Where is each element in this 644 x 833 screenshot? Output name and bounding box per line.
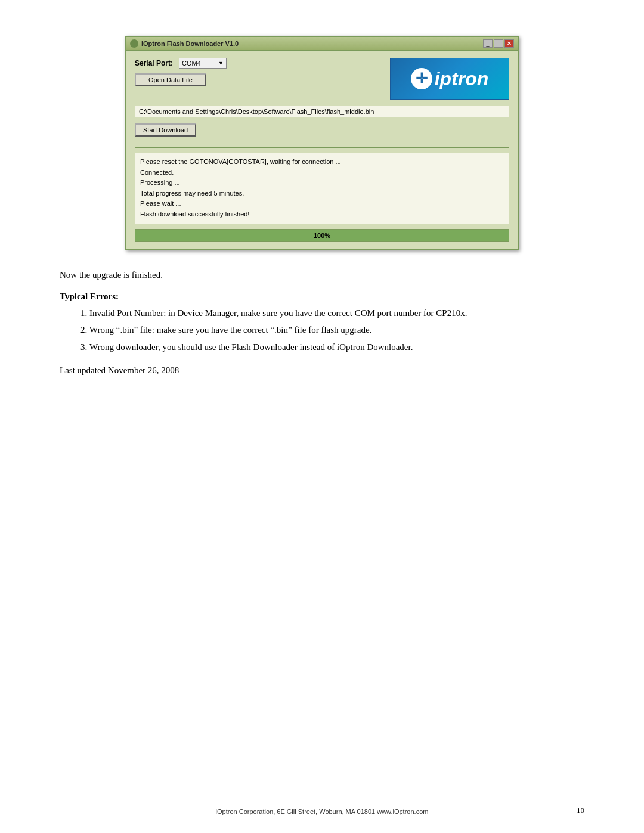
logo-icon: ✛ (411, 68, 432, 89)
error-item-3: Wrong downloader, you should use the Fla… (89, 340, 584, 354)
log-line-1: Please reset the GOTONOVA[GOTOSTAR], wai… (140, 157, 504, 168)
error-item-2: Wrong “.bin” file: make sure you have th… (89, 323, 584, 337)
window-title: iOptron Flash Downloader V1.0 (141, 40, 239, 47)
close-button[interactable]: ✕ (504, 39, 514, 48)
logo-prefix: i (435, 68, 440, 89)
logo-suffix: ptron (440, 68, 489, 89)
com-port-value: COM4 (182, 60, 201, 67)
window-body: Serial Port: COM4 ▼ Open Data File ✛ (126, 51, 518, 249)
maximize-button[interactable]: □ (494, 39, 503, 48)
titlebar-left: iOptron Flash Downloader V1.0 (130, 39, 239, 48)
flash-downloader-window: iOptron Flash Downloader V1.0 _ □ ✕ Seri… (125, 36, 519, 250)
page-footer: iOptron Corporation, 6E Gill Street, Wob… (0, 804, 644, 815)
serial-logo-row: Serial Port: COM4 ▼ Open Data File ✛ (135, 58, 509, 100)
titlebar-buttons: _ □ ✕ (483, 39, 514, 48)
log-line-3: Processing ... (140, 178, 504, 188)
window-icon (130, 39, 138, 48)
file-path-display: C:\Documents and Settings\Chris\Desktop\… (135, 106, 509, 117)
logo-text: iptron (435, 68, 489, 90)
com-port-select[interactable]: COM4 ▼ (179, 58, 227, 69)
last-updated-text: Last updated November 26, 2008 (60, 366, 584, 376)
log-output-area: Please reset the GOTONOVA[GOTOSTAR], wai… (135, 153, 509, 224)
ioptron-logo: ✛ iptron (390, 58, 509, 100)
page-number: 10 (577, 806, 584, 815)
window-divider (135, 147, 509, 148)
logo-plus-icon: ✛ (416, 72, 428, 86)
minimize-button[interactable]: _ (483, 39, 493, 48)
serial-port-line: Serial Port: COM4 ▼ (135, 58, 227, 69)
progress-label: 100% (314, 232, 330, 239)
window-titlebar: iOptron Flash Downloader V1.0 _ □ ✕ (126, 37, 518, 51)
start-download-button[interactable]: Start Download (135, 123, 196, 137)
open-data-file-button[interactable]: Open Data File (135, 73, 206, 86)
error-item-1: Invalid Port Number: in Device Manager, … (89, 306, 584, 320)
progress-bar-container: 100% (135, 229, 509, 242)
errors-list: Invalid Port Number: in Device Manager, … (89, 306, 584, 354)
log-line-6: Flash download successfully finished! (140, 209, 504, 220)
upgrade-done-text: Now the upgrade is finished. (60, 268, 584, 282)
log-line-2: Connected. (140, 168, 504, 178)
serial-left-panel: Serial Port: COM4 ▼ Open Data File (135, 58, 227, 86)
footer-text: iOptron Corporation, 6E Gill Street, Wob… (216, 808, 429, 815)
typical-errors-heading: Typical Errors: (60, 292, 584, 302)
dropdown-arrow-icon: ▼ (218, 60, 224, 66)
serial-port-label: Serial Port: (135, 59, 173, 67)
log-line-5: Please wait ... (140, 199, 504, 209)
log-line-4: Total progress may need 5 minutes. (140, 188, 504, 199)
